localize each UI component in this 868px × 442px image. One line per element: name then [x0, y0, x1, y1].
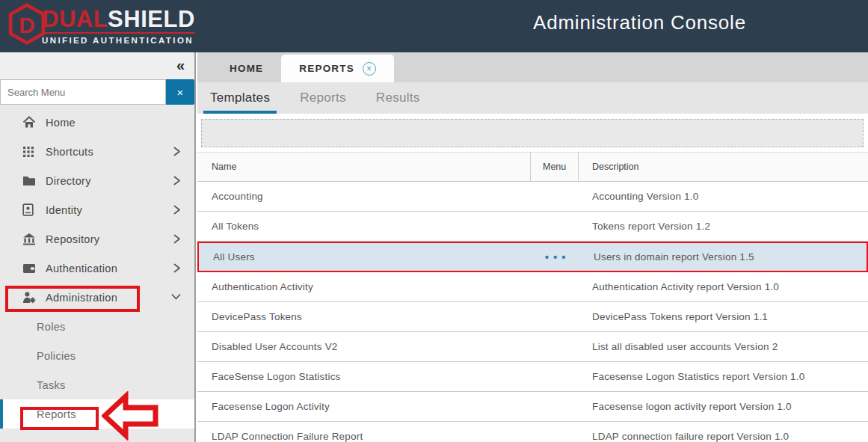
- cell-description: Accounting Version 1.0: [579, 191, 868, 202]
- tab-home[interactable]: HOME: [212, 55, 281, 82]
- cell-name: Facesense Logon Activity: [197, 401, 530, 412]
- grid-icon: [22, 145, 37, 159]
- main-content: HOMEREPORTS× TemplatesReportsResults Nam…: [197, 52, 868, 442]
- close-tab-icon[interactable]: ×: [363, 62, 376, 76]
- table-row-accounting[interactable]: AccountingAccounting Version 1.0: [197, 182, 868, 212]
- cell-name: All Users: [199, 251, 532, 263]
- chevron-right-icon: [172, 175, 182, 186]
- table-row-facesense-logon-activity[interactable]: Facesense Logon ActivityFacesense logon …: [197, 392, 868, 422]
- cell-description: List all disabled user accounts Version …: [579, 341, 868, 352]
- logo-divider: [42, 32, 195, 34]
- cell-name: DevicePass Tokens: [197, 311, 530, 322]
- id-card-icon: [22, 203, 37, 217]
- svg-text:D: D: [19, 13, 35, 37]
- collapse-sidebar-icon[interactable]: «: [176, 56, 185, 74]
- sidebar-subitem-reports[interactable]: Reports: [0, 399, 194, 429]
- sidebar-item-shortcuts[interactable]: Shortcuts: [0, 137, 194, 166]
- chevron-right-icon: [172, 233, 182, 245]
- sidebar-item-administration[interactable]: Administration: [0, 283, 194, 312]
- logo-wordmark: DUALSHIELD: [42, 7, 195, 31]
- cell-description: LDAP connection failure report Version 1…: [579, 431, 868, 442]
- cell-description: Authentication Activity report Version 1…: [579, 281, 868, 292]
- cell-description: Tokens report Version 1.2: [579, 221, 868, 232]
- sidebar-subitem-tasks[interactable]: Tasks: [0, 370, 194, 399]
- chevron-right-icon: [172, 146, 182, 157]
- chevron-right-icon: [172, 204, 182, 215]
- wallet-icon: [22, 262, 37, 275]
- user-gear-icon: [22, 291, 37, 304]
- column-header-menu[interactable]: Menu: [530, 153, 579, 181]
- tab-bar: HOMEREPORTS×: [197, 52, 868, 82]
- sidebar-item-directory[interactable]: Directory: [0, 166, 194, 195]
- table-row-authentication-activity[interactable]: Authentication ActivityAuthentication Ac…: [197, 272, 868, 302]
- column-header-description[interactable]: Description: [579, 153, 868, 181]
- cell-name: Accounting: [197, 191, 530, 202]
- cell-description: Users in domain report Version 1.5: [580, 251, 867, 263]
- table-row-disabled-user-accounts-v2[interactable]: Disabled User Accounts V2List all disabl…: [197, 332, 868, 362]
- sidebar-search-row: ×: [0, 79, 194, 105]
- cell-description: DevicePass Tokens report Version 1.1: [579, 311, 868, 322]
- row-menu-ellipsis-icon[interactable]: • • •: [532, 254, 580, 261]
- subtab-templates[interactable]: Templates: [203, 82, 277, 114]
- search-input[interactable]: [0, 79, 166, 105]
- sidebar-item-identity[interactable]: Identity: [0, 195, 194, 224]
- cell-description: Facesense logon activity report Version …: [579, 401, 868, 412]
- table-row-all-users[interactable]: All Users• • •Users in domain report Ver…: [197, 242, 868, 272]
- cell-description: Facesense Logon Statistics report Versio…: [579, 371, 868, 382]
- dualshield-hexagon-logo-icon: D: [7, 3, 46, 48]
- tab-reports[interactable]: REPORTS×: [281, 55, 394, 82]
- subtab-results[interactable]: Results: [369, 82, 427, 114]
- app-header: D DUALSHIELD UNIFIED AUTHENTICATION Admi…: [0, 0, 868, 52]
- subtab-bar: TemplatesReportsResults: [197, 82, 868, 114]
- clear-search-button[interactable]: ×: [166, 79, 194, 105]
- table-row-devicepass-tokens[interactable]: DevicePass TokensDevicePass Tokens repor…: [197, 302, 868, 332]
- chevron-down-icon: [170, 292, 182, 301]
- chevron-right-icon: [172, 263, 182, 274]
- table-row-ldap-connection-failure-report[interactable]: LDAP Connection Failure ReportLDAP conne…: [197, 422, 868, 442]
- bank-icon: [22, 233, 37, 246]
- table-header: Name Menu Description: [197, 152, 868, 182]
- sidebar-menu: HomeShortcutsDirectoryIdentityRepository…: [0, 108, 194, 429]
- subtab-reports[interactable]: Reports: [293, 82, 353, 114]
- logo-shield: SHIELD: [108, 6, 195, 32]
- filter-drop-area: [201, 119, 864, 147]
- dualshield-logo: D DUALSHIELD UNIFIED AUTHENTICATION: [7, 3, 195, 48]
- cell-name: Authentication Activity: [197, 281, 530, 292]
- sidebar: « × HomeShortcutsDirectoryIdentityReposi…: [0, 52, 196, 442]
- close-icon: ×: [177, 86, 184, 99]
- table-body: AccountingAccounting Version 1.0All Toke…: [197, 182, 868, 442]
- logo-dual: DUAL: [42, 6, 108, 32]
- home-icon: [22, 116, 37, 129]
- table-row-all-tokens[interactable]: All TokensTokens report Version 1.2: [197, 212, 868, 242]
- cell-name: Disabled User Accounts V2: [197, 341, 530, 352]
- folder-icon: [22, 174, 37, 188]
- dualshield-admin-console: D DUALSHIELD UNIFIED AUTHENTICATION Admi…: [0, 0, 868, 442]
- page-title: Administration Console: [533, 11, 746, 34]
- sidebar-item-authentication[interactable]: Authentication: [0, 254, 194, 283]
- cell-name: FaceSense Logon Statistics: [197, 371, 530, 382]
- sidebar-item-home[interactable]: Home: [0, 108, 194, 137]
- table-row-facesense-logon-statistics[interactable]: FaceSense Logon StatisticsFacesense Logo…: [197, 362, 868, 392]
- cell-name: All Tokens: [197, 221, 530, 232]
- sidebar-subitem-policies[interactable]: Policies: [0, 341, 194, 370]
- sidebar-item-repository[interactable]: Repository: [0, 224, 194, 254]
- sidebar-subitem-roles[interactable]: Roles: [0, 312, 194, 341]
- sidebar-top-bar: «: [0, 52, 194, 79]
- cell-name: LDAP Connection Failure Report: [197, 431, 530, 442]
- column-header-name[interactable]: Name: [197, 153, 530, 181]
- logo-tagline: UNIFIED AUTHENTICATION: [42, 36, 195, 45]
